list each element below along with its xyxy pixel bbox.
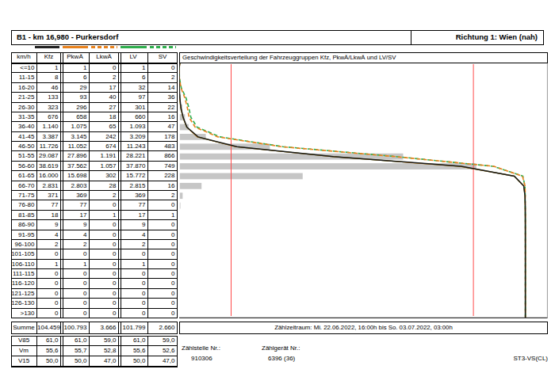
table-row-value: 0: [90, 220, 119, 230]
speed-class-label: 96-100: [11, 240, 37, 249]
table-row-value: 0: [90, 249, 119, 259]
speed-class-label: 76-80: [11, 200, 37, 210]
direction-title: Richtung 1: Wien (nah): [411, 30, 544, 45]
speed-class-label: 106-110: [11, 260, 37, 269]
table-row-value: 8: [37, 73, 61, 82]
table-row-value: 0: [119, 249, 148, 259]
speed-class-label: 111-115: [11, 269, 37, 279]
table-row-value: 0: [119, 309, 148, 318]
table-row-value: 18: [37, 211, 61, 220]
table-row-value: 1.057: [90, 162, 119, 171]
table-row-value: 2.831: [37, 181, 61, 191]
speed-class-label: 86-90: [11, 220, 37, 230]
page-title: B1 - km 16,980 - Purkersdorf: [11, 30, 411, 45]
table-row-value: 4: [61, 230, 90, 240]
speed-class-label: 16-20: [11, 83, 37, 93]
table-row-value: 18: [90, 112, 119, 122]
legend-sv-line: [150, 46, 176, 48]
speed-class-label: 46-50: [11, 142, 37, 151]
legend-pkwä-line: [63, 46, 88, 48]
group-separator: [63, 336, 63, 367]
table-row-value: 37.870: [119, 162, 148, 171]
table-row-value: 302: [90, 171, 119, 181]
group-separator: [63, 322, 63, 334]
system-label: ST3-VS(CL): [389, 355, 548, 362]
column-header-3: LkwÄ: [90, 52, 119, 63]
table-row-value: 2: [61, 240, 90, 249]
table-row-value: 228: [148, 171, 178, 181]
table-row-value: 1: [119, 63, 148, 73]
table-row-value: 0: [37, 309, 61, 318]
table-row-value: 2: [148, 191, 178, 200]
table-row-value: 1.093: [119, 122, 148, 131]
distribution-bar: [180, 134, 206, 140]
table-row-value: 6: [61, 73, 90, 82]
count-period: Zählzeitraum: Mi. 22.06.2022, 16:00h bis…: [179, 322, 548, 334]
table-row-value: 14: [148, 83, 178, 93]
table-row-value: 6: [119, 73, 148, 82]
table-row-value: 15.698: [61, 171, 90, 181]
table-row-value: 3.387: [37, 132, 61, 142]
table-row-value: 0: [148, 309, 178, 318]
column-header-2: PkwÄ: [61, 52, 90, 63]
group-separator: [121, 336, 121, 367]
table-row-value: 77: [61, 200, 90, 210]
table-row-value: 0: [61, 279, 90, 288]
stat-value: 61,0: [119, 336, 148, 346]
stat-label: Vm: [11, 346, 37, 356]
stat-value: 55,6: [119, 346, 148, 356]
speed-class-label: 41-45: [11, 132, 37, 142]
table-row-value: 1: [37, 260, 61, 269]
stat-value: 50,0: [37, 356, 61, 367]
speed-class-label: 31-35: [11, 112, 37, 122]
table-row-value: 2.815: [119, 181, 148, 191]
speed-class-label: 51-55: [11, 151, 37, 161]
stat-value: 50,0: [61, 356, 90, 367]
table-row-value: 17: [61, 211, 90, 220]
speed-class-label: 36-40: [11, 122, 37, 131]
group-separator: [63, 52, 63, 318]
stat-label: V15: [11, 356, 37, 367]
stat-value: 55,6: [37, 346, 61, 356]
column-header-5: SV: [148, 52, 178, 63]
table-row-value: 369: [61, 191, 90, 200]
speed-class-label: 121-125: [11, 289, 37, 299]
table-row-value: 1: [148, 211, 178, 220]
table-row-value: 37.562: [61, 162, 90, 171]
table-row-value: 2.803: [61, 181, 90, 191]
table-row-value: 133: [37, 93, 61, 102]
speed-class-label: 81-85: [11, 211, 37, 220]
table-row-value: 2: [37, 240, 61, 249]
summe-value: 101.799: [119, 322, 148, 334]
table-row-value: 29.087: [37, 151, 61, 161]
table-row-value: 40: [90, 93, 119, 102]
table-row-value: 47: [148, 122, 178, 131]
table-row-value: 11.243: [119, 142, 148, 151]
table-row-value: 17: [119, 211, 148, 220]
summe-value: 104.459: [37, 322, 61, 334]
table-row-value: 0: [119, 279, 148, 288]
table-row-value: 483: [148, 142, 178, 151]
table-row-value: 0: [37, 289, 61, 299]
stat-value: 50,0: [119, 356, 148, 367]
table-row-value: 0: [148, 279, 178, 288]
table-row-value: 0: [90, 230, 119, 240]
table-row-value: 296: [61, 103, 90, 112]
table-row-value: 0: [37, 249, 61, 259]
table-row-value: 0: [119, 289, 148, 299]
table-row-value: 371: [37, 191, 61, 200]
table-row-value: 0: [90, 63, 119, 73]
table-row-value: 16: [148, 112, 178, 122]
table-row-value: 1: [90, 211, 119, 220]
table-row-value: 1.140: [37, 122, 61, 131]
table-row-value: 1: [119, 260, 148, 269]
table-row-value: 28: [90, 181, 119, 191]
stat-value: 47,0: [90, 356, 119, 367]
stat-label: V85: [11, 336, 37, 346]
zaehlgeraet-label: Zählgerät Nr.:: [262, 344, 300, 352]
table-row-value: 2: [90, 191, 119, 200]
summe-value: 3.666: [90, 322, 119, 334]
speed-class-label: 11-15: [11, 73, 37, 82]
stat-value: 55,7: [61, 346, 90, 356]
table-row-value: 674: [90, 142, 119, 151]
